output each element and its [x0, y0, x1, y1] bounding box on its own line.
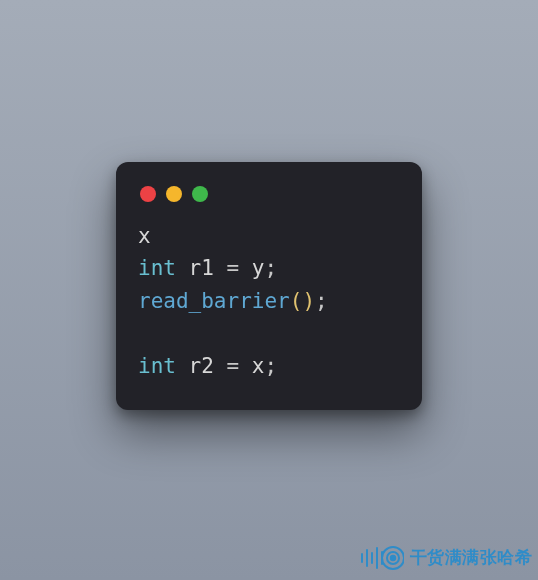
code-block: xint r1 = y;read_barrier(); int r2 = x;	[138, 220, 400, 383]
code-token: x	[138, 224, 151, 248]
code-window: xint r1 = y;read_barrier(); int r2 = x;	[116, 162, 422, 411]
code-token: =	[214, 354, 252, 378]
svg-point-7	[390, 556, 394, 560]
code-token: ;	[264, 354, 277, 378]
code-line: read_barrier();	[138, 285, 400, 318]
watermark-text: 干货满满张哈希	[410, 546, 533, 569]
close-icon[interactable]	[140, 186, 156, 202]
code-token: int	[138, 256, 176, 280]
code-token	[176, 354, 189, 378]
minimize-icon[interactable]	[166, 186, 182, 202]
code-token: )	[302, 289, 315, 313]
code-token: r1	[189, 256, 214, 280]
code-token: int	[138, 354, 176, 378]
code-token: r2	[189, 354, 214, 378]
code-token: =	[214, 256, 252, 280]
code-token: (	[290, 289, 303, 313]
window-titlebar	[138, 182, 400, 220]
code-line: int r2 = x;	[138, 350, 400, 383]
code-token	[176, 256, 189, 280]
code-token: x	[252, 354, 265, 378]
code-token: ;	[264, 256, 277, 280]
code-line: x	[138, 220, 400, 253]
zoom-icon[interactable]	[192, 186, 208, 202]
sound-wave-icon	[360, 540, 404, 574]
code-token: ;	[315, 289, 328, 313]
code-token: read_barrier	[138, 289, 290, 313]
code-token: y	[252, 256, 265, 280]
watermark: 干货满满张哈希	[360, 540, 533, 574]
code-line	[138, 317, 400, 350]
code-line: int r1 = y;	[138, 252, 400, 285]
